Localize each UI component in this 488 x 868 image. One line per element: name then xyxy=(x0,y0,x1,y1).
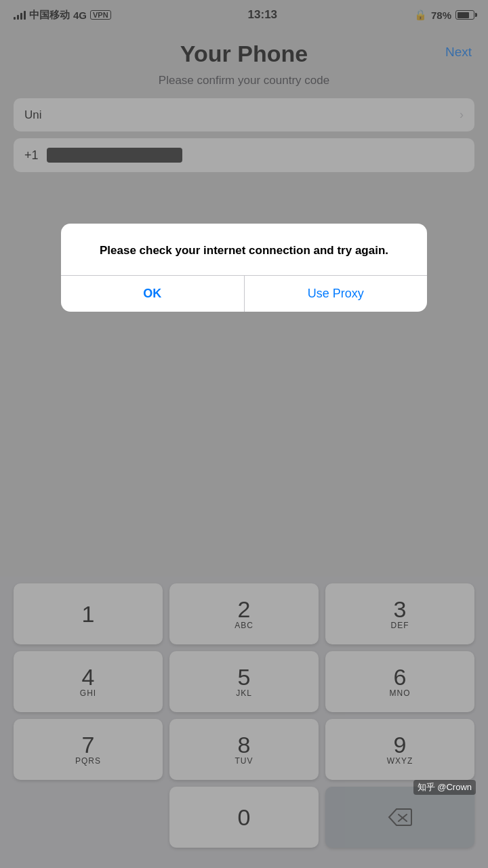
alert-dialog: Please check your internet connection an… xyxy=(61,224,427,312)
use-proxy-button[interactable]: Use Proxy xyxy=(245,276,428,312)
overlay xyxy=(0,0,488,868)
ok-button[interactable]: OK xyxy=(61,276,244,312)
alert-buttons: OK Use Proxy xyxy=(61,276,427,312)
watermark: 知乎 @Crown xyxy=(413,780,476,795)
alert-message: Please check your internet connection an… xyxy=(61,224,427,275)
